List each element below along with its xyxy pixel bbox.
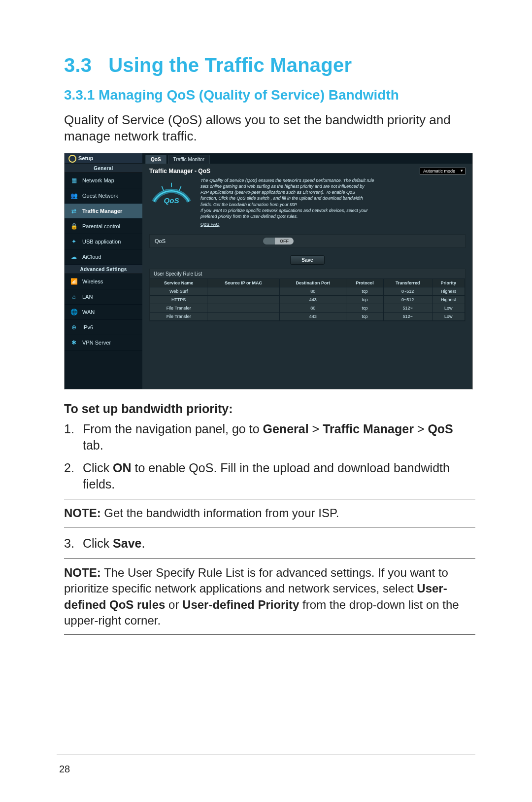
usb-icon: ✦: [69, 237, 78, 246]
panel-header: Traffic Manager - QoS Automatic mode QoS…: [142, 164, 472, 229]
subsection-title: 3.3.1 Managing QoS (Quality of Service) …: [64, 87, 475, 103]
sidebar-item-label: AiCloud: [82, 254, 101, 260]
table-cell: 512~: [383, 313, 432, 321]
note1-text: Get the bandwidth information from your …: [101, 506, 339, 520]
tab-traffic-monitor[interactable]: Traffic Monitor: [168, 155, 210, 164]
sidebar-item-traffic[interactable]: ⇄Traffic Manager: [65, 204, 142, 219]
table-header: Source IP or MAC: [207, 279, 280, 287]
page-number: 28: [59, 764, 70, 775]
sidebar-item-wifi[interactable]: 📶Wireless: [65, 274, 142, 289]
section-title-text: Using the Traffic Manager: [108, 54, 352, 76]
sidebar-item-label: Wireless: [82, 279, 103, 284]
description-line: function, Click the QoS slide switch , a…: [200, 195, 374, 201]
section-title: 3.3 Using the Traffic Manager: [64, 54, 475, 76]
sidebar-item-label: WAN: [82, 309, 95, 315]
table-cell: [207, 304, 280, 313]
vpn-icon: ✱: [69, 338, 78, 347]
steps-list: 1. From the navigation panel, go to Gene…: [64, 421, 475, 492]
note1-label: NOTE:: [64, 506, 101, 520]
sidebar-item-label: Traffic Manager: [82, 208, 122, 214]
sidebar-item-lan[interactable]: ⌂LAN: [65, 289, 142, 305]
table-row: Web Surf80tcp0~512Highest: [150, 287, 465, 296]
rule-table: Service NameSource IP or MACDestination …: [150, 279, 465, 321]
save-button[interactable]: Save: [290, 255, 324, 265]
ipv6-icon: ⊕: [69, 323, 78, 332]
lan-icon: ⌂: [69, 292, 78, 301]
sidebar-item-label: Parental control: [82, 223, 120, 229]
table-cell: [207, 313, 280, 321]
qos-faq-link[interactable]: QoS FAQ: [200, 221, 220, 227]
table-header: Destination Port: [280, 279, 346, 287]
lock-icon: 🔒: [69, 222, 78, 231]
description-line: The Quality of Service (QoS) ensures the…: [200, 177, 374, 183]
steps-heading: To set up bandwidth priority:: [64, 402, 475, 416]
step1-text: From the navigation panel, go to: [83, 422, 263, 436]
description-line: fields. Get the bandwith infomation from…: [200, 202, 374, 208]
table-cell: [207, 287, 280, 296]
guest-icon: 👥: [69, 191, 78, 200]
table-cell: Highest: [432, 287, 465, 296]
panel-description: The Quality of Service (QoS) ensures the…: [200, 177, 374, 227]
toggle-track: [263, 238, 275, 244]
table-header: Protocol: [346, 279, 383, 287]
table-cell: [207, 296, 280, 304]
toggle-off-label: OFF: [275, 238, 294, 244]
table-cell: Highest: [432, 296, 465, 304]
table-cell: File Transfer: [150, 304, 207, 313]
steps-list-cont: 3. Click Save.: [64, 535, 475, 552]
wifi-icon: 📶: [69, 277, 78, 286]
sidebar-item-label: VPN Server: [82, 340, 111, 346]
sidebar: Setup General ▦Network Map👥Guest Network…: [65, 153, 142, 389]
note2-label: NOTE:: [64, 566, 101, 579]
table-header: Service Name: [150, 279, 207, 287]
description-line: P2P applications (peer-to-peer applicati…: [200, 189, 374, 195]
sidebar-item-lock[interactable]: 🔒Parental control: [65, 219, 142, 234]
sidebar-heading-general: General: [65, 164, 142, 173]
sidebar-setup[interactable]: Setup: [65, 153, 142, 164]
table-cell: tcp: [346, 304, 383, 313]
table-cell: Low: [432, 304, 465, 313]
qos-gauge-icon: QoS: [149, 177, 194, 209]
step2-on: ON: [113, 461, 132, 475]
qos-toggle[interactable]: OFF: [263, 238, 294, 244]
step1-general: General: [263, 422, 309, 436]
rule-list-title: User Specify Rule List: [150, 269, 465, 279]
step-1: 1. From the navigation panel, go to Gene…: [64, 421, 475, 453]
table-cell: 443: [280, 313, 346, 321]
map-icon: ▦: [69, 176, 78, 185]
step-3: 3. Click Save.: [64, 535, 475, 552]
note-isp: NOTE: Get the bandwidth information from…: [64, 499, 475, 527]
main-panel: QoSTraffic Monitor Traffic Manager - QoS…: [142, 153, 472, 389]
sidebar-heading-advanced: Advanced Settings: [65, 265, 142, 274]
sidebar-item-ipv6[interactable]: ⊕IPv6: [65, 320, 142, 335]
sidebar-item-label: Guest Network: [82, 193, 118, 199]
description-line: If you want to prioritize specific netwo…: [200, 208, 374, 213]
sidebar-item-label: USB application: [82, 239, 121, 244]
sidebar-item-wan[interactable]: 🌐WAN: [65, 305, 142, 320]
panel-intro: QoS The Quality of Service (QoS) ensures…: [149, 177, 466, 227]
table-cell: tcp: [346, 313, 383, 321]
sidebar-item-vpn[interactable]: ✱VPN Server: [65, 335, 142, 350]
sidebar-item-cloud[interactable]: ☁AiCloud: [65, 249, 142, 265]
sidebar-item-usb[interactable]: ✦USB application: [65, 234, 142, 249]
table-row: File Transfer80tcp512~Low: [150, 304, 465, 313]
table-cell: Low: [432, 313, 465, 321]
save-row: Save: [142, 253, 472, 269]
footer-rule: [57, 755, 475, 755]
description-line: sets online gaming and web surfing as th…: [200, 183, 374, 189]
sidebar-item-label: IPv6: [82, 324, 93, 330]
mode-select[interactable]: Automatic mode: [420, 168, 466, 174]
description-line: prefered priority from the User-defined …: [200, 213, 374, 219]
tab-qos[interactable]: QoS: [145, 155, 166, 164]
table-cell: 0~512: [383, 296, 432, 304]
table-header: Priority: [432, 279, 465, 287]
sidebar-item-map[interactable]: ▦Network Map: [65, 173, 142, 188]
table-cell: HTTPS: [150, 296, 207, 304]
intro-paragraph: Quality of Service (QoS) allows you to s…: [64, 112, 475, 144]
step-2: 2. Click ON to enable QoS. Fill in the u…: [64, 460, 475, 492]
router-screenshot: Setup General ▦Network Map👥Guest Network…: [64, 153, 473, 389]
step1-qos: QoS: [428, 422, 453, 436]
wan-icon: 🌐: [69, 308, 78, 316]
table-cell: 443: [280, 296, 346, 304]
sidebar-item-guest[interactable]: 👥Guest Network: [65, 188, 142, 204]
